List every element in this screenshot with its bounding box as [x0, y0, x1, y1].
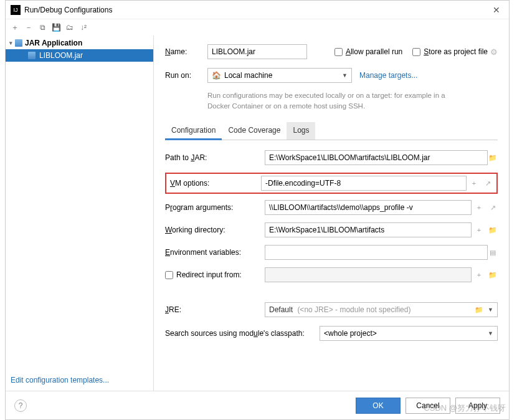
program-args-input[interactable] — [265, 200, 472, 215]
browse-icon: 📁 — [488, 270, 498, 280]
tree-item-libloom[interactable]: LIBLOOM.jar — [6, 49, 153, 62]
jre-select[interactable]: Default (<no JRE> - module not specified… — [265, 302, 498, 317]
list-icon[interactable]: ▤ — [488, 247, 498, 257]
runon-select[interactable]: 🏠 Local machine ▼ — [207, 68, 352, 83]
close-icon[interactable]: ✕ — [489, 4, 504, 16]
store-project-checkbox[interactable]: Store as project file ⚙ — [412, 47, 498, 57]
tree-category-jar[interactable]: ▾ JAR Application — [6, 37, 153, 49]
app-icon: IJ — [11, 5, 21, 15]
name-input[interactable] — [207, 44, 307, 59]
insert-macro-icon[interactable]: + — [474, 225, 484, 235]
runon-row: Run on: 🏠 Local machine ▼ Manage targets… — [165, 68, 498, 83]
program-args-label: Program arguments: — [165, 203, 265, 212]
vm-options-input[interactable] — [261, 176, 467, 191]
jar-icon — [28, 52, 36, 59]
redirect-input-field — [265, 267, 472, 282]
classpath-value: <whole project> — [324, 329, 377, 338]
path-to-jar-row: Path to JAR: 📁 — [165, 150, 498, 165]
apply-button[interactable]: Apply — [455, 398, 500, 414]
browse-icon[interactable]: 📁 — [474, 305, 484, 315]
main-panel: Name: Allow parallel run Store as projec… — [154, 36, 509, 391]
redirect-input-label: Redirect input from: — [176, 270, 242, 279]
gear-icon[interactable]: ⚙ — [490, 47, 498, 57]
env-vars-row: Environment variables: ▤ — [165, 245, 498, 260]
dialog-title: Run/Debug Configurations — [24, 6, 489, 14]
path-to-jar-input[interactable] — [265, 150, 488, 165]
config-toolbar: ＋ － ⧉ 💾 🗂 ↓² — [6, 19, 509, 36]
allow-parallel-label: Allow parallel run — [346, 47, 402, 56]
allow-parallel-checkbox[interactable]: Allow parallel run — [334, 47, 402, 56]
dialog: IJ Run/Debug Configurations ✕ ＋ － ⧉ 💾 🗂 … — [5, 0, 510, 420]
browse-icon[interactable]: 📁 — [488, 225, 498, 235]
working-dir-row: Working directory: + 📁 — [165, 222, 498, 237]
tab-logs[interactable]: Logs — [287, 122, 315, 140]
runon-hint: Run configurations may be executed local… — [207, 90, 469, 111]
tree-item-label: LIBLOOM.jar — [39, 51, 83, 60]
insert-macro-icon[interactable]: + — [469, 178, 479, 188]
chevron-down-icon: ▼ — [488, 307, 493, 313]
jre-row: JRE: Default (<no JRE> - module not spec… — [165, 302, 498, 317]
chevron-down-icon: ▼ — [488, 330, 493, 336]
jre-gray-text: (<no JRE> - module not specified) — [297, 305, 410, 314]
save-config-icon[interactable]: 💾 — [50, 22, 62, 33]
cancel-button[interactable]: Cancel — [406, 398, 450, 414]
name-row: Name: Allow parallel run Store as projec… — [165, 44, 498, 59]
runon-label: Run on: — [165, 71, 200, 80]
path-to-jar-label: Path to JAR: — [165, 153, 265, 162]
folder-icon[interactable]: 🗂 — [64, 22, 75, 33]
remove-config-icon[interactable]: － — [23, 22, 34, 33]
env-vars-label: Environment variables: — [165, 248, 265, 257]
tabs: Configuration Code Coverage Logs — [165, 122, 498, 140]
chevron-down-icon: ▼ — [342, 72, 348, 79]
tab-code-coverage[interactable]: Code Coverage — [222, 122, 287, 140]
chevron-down-icon: ▾ — [9, 40, 12, 46]
dialog-body: ▾ JAR Application LIBLOOM.jar Edit confi… — [6, 36, 509, 391]
sidebar: ▾ JAR Application LIBLOOM.jar Edit confi… — [6, 36, 154, 391]
vm-options-row: VM options: + ↗ — [165, 173, 498, 194]
edit-templates-link[interactable]: Edit configuration templates... — [11, 376, 109, 384]
titlebar: IJ Run/Debug Configurations ✕ — [6, 1, 509, 19]
jar-icon — [15, 39, 22, 47]
vm-options-label: VM options: — [170, 179, 261, 188]
jre-label: JRE: — [165, 305, 265, 314]
jre-default-text: Default — [269, 305, 293, 314]
ok-button[interactable]: OK — [356, 398, 401, 414]
working-dir-label: Working directory: — [165, 226, 265, 234]
help-icon[interactable]: ? — [14, 399, 27, 412]
working-dir-input[interactable] — [265, 222, 472, 237]
redirect-input-checkbox[interactable]: Redirect input from: — [165, 270, 265, 279]
classpath-select[interactable]: <whole project> ▼ — [320, 326, 498, 341]
expand-icon[interactable]: ↗ — [483, 178, 493, 188]
insert-macro-icon: + — [474, 270, 484, 280]
env-vars-input[interactable] — [265, 245, 488, 260]
tab-configuration[interactable]: Configuration — [165, 122, 222, 140]
dialog-footer: ? OK Cancel Apply — [6, 391, 509, 419]
classpath-row: Search sources using module's classpath:… — [165, 326, 498, 341]
classpath-label: Search sources using module's classpath: — [165, 329, 320, 338]
home-icon: 🏠 — [212, 71, 221, 80]
insert-macro-icon[interactable]: + — [474, 203, 484, 212]
redirect-input-row: Redirect input from: + 📁 — [165, 267, 498, 282]
config-tree: ▾ JAR Application LIBLOOM.jar — [6, 37, 153, 370]
expand-icon[interactable]: ↗ — [488, 203, 498, 212]
add-config-icon[interactable]: ＋ — [9, 22, 21, 33]
tree-category-label: JAR Application — [25, 39, 82, 47]
store-project-label: Store as project file — [424, 47, 488, 56]
name-label: Name: — [165, 47, 207, 56]
copy-config-icon[interactable]: ⧉ — [37, 22, 48, 33]
sort-icon[interactable]: ↓² — [78, 22, 89, 33]
browse-icon[interactable]: 📁 — [488, 153, 498, 163]
manage-targets-link[interactable]: Manage targets... — [359, 71, 417, 80]
program-args-row: Program arguments: + ↗ — [165, 200, 498, 215]
runon-value: Local machine — [224, 71, 272, 80]
sidebar-footer: Edit configuration templates... — [6, 370, 153, 391]
